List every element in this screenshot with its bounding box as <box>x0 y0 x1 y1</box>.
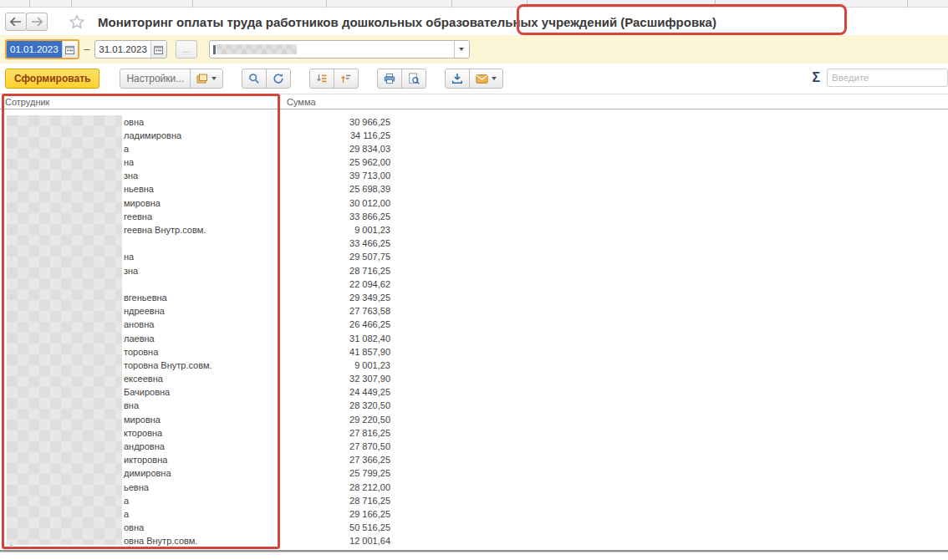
employee-name-visible: ексеевна <box>124 374 163 384</box>
amount-cell: 9 001,23 <box>287 360 390 370</box>
employee-name-visible: торовна Внутр.совм. <box>124 360 212 370</box>
table-row[interactable]: геевна 33 866,25 <box>0 210 948 223</box>
amount-cell: 12 001,64 <box>287 536 390 546</box>
find-group <box>242 69 291 89</box>
table-row[interactable]: ньевна 25 698,39 <box>0 183 948 196</box>
table-row[interactable]: на 29 507,75 <box>0 251 948 264</box>
amount-cell: 30 966,25 <box>287 117 390 127</box>
employee-name-visible: овна Внутр.совм. <box>124 536 197 546</box>
table-row[interactable]: торовна Внутр.совм. 9 001,23 <box>0 359 948 372</box>
refresh-button[interactable] <box>266 69 291 89</box>
table-row[interactable]: ьевна 28 212,00 <box>0 481 948 494</box>
employee-name-visible: вна <box>124 400 139 410</box>
settings-button[interactable]: Настройки... <box>120 69 191 89</box>
ruler-tick <box>527 0 528 8</box>
column-divider <box>279 94 280 110</box>
amount-cell: 31 082,40 <box>287 333 390 344</box>
ruler-tick <box>907 0 908 8</box>
refresh-icon <box>273 73 284 84</box>
navigation-bar: Мониторинг оплаты труда работников дошко… <box>0 8 948 35</box>
amount-cell: 24 449,25 <box>287 387 390 397</box>
ruler-tick <box>326 0 327 8</box>
amount-cell: 41 857,90 <box>287 347 390 357</box>
date-from-field[interactable]: 01.01.2023 <box>5 39 79 59</box>
report-variants-button[interactable] <box>190 69 223 89</box>
amount-cell: 28 212,00 <box>287 482 390 492</box>
amount-cell: 28 320,50 <box>287 400 390 410</box>
expand-groups-button[interactable] <box>334 69 359 89</box>
generate-button[interactable]: Сформировать <box>5 69 99 89</box>
calendar-icon <box>65 45 74 54</box>
employee-name-visible: геевна <box>124 211 152 221</box>
table-row[interactable]: ндреевна 27 763,58 <box>0 305 948 318</box>
column-header-employee[interactable]: Сотрудник <box>5 97 49 107</box>
organization-dropdown-button[interactable] <box>454 41 469 58</box>
more-options-button[interactable]: ... <box>176 40 197 59</box>
table-row[interactable]: овна 50 516,25 <box>0 522 948 535</box>
employee-name-visible: мировна <box>124 415 161 425</box>
date-to-field[interactable]: 31.01.2023 <box>94 40 167 59</box>
table-row[interactable]: зна 39 713,00 <box>0 170 948 183</box>
employee-name-visible: кторовна <box>124 428 162 438</box>
favorite-button[interactable] <box>68 13 86 31</box>
amount-cell: 27 366,25 <box>287 455 390 465</box>
table-row[interactable]: овна 30 966,25 <box>0 115 948 129</box>
print-preview-icon <box>408 73 420 84</box>
print-group <box>377 69 426 89</box>
table-row[interactable]: андровна 27 870,50 <box>0 440 948 454</box>
date-to-calendar-button[interactable] <box>150 41 166 58</box>
table-row[interactable]: торовна 41 857,90 <box>0 345 948 359</box>
amount-cell: 26 466,25 <box>287 319 390 329</box>
table-row[interactable]: лаевна 31 082,40 <box>0 332 948 345</box>
table-row[interactable]: мировна 29 220,50 <box>0 413 948 426</box>
amount-cell: 30 012,00 <box>287 198 390 208</box>
organization-combo[interactable] <box>209 40 470 59</box>
table-row[interactable]: вгеньевна 29 349,25 <box>0 291 948 304</box>
date-from-calendar-button[interactable] <box>62 41 78 58</box>
employee-name-visible: зна <box>124 266 138 276</box>
amount-cell: 32 307,90 <box>287 374 390 384</box>
amount-cell: 22 094,62 <box>287 279 390 289</box>
filter-bar: 01.01.2023 – 31.01.2023 <box>0 35 948 64</box>
print-preview-button[interactable] <box>401 69 426 89</box>
save-button[interactable] <box>445 69 470 89</box>
collapse-groups-button[interactable] <box>309 69 334 89</box>
table-row[interactable]: а 28 716,25 <box>0 494 948 507</box>
send-email-button[interactable] <box>469 69 503 89</box>
search-button[interactable] <box>242 69 267 89</box>
amount-cell: 25 962,00 <box>287 157 390 167</box>
table-row[interactable]: ладимировна 34 116,25 <box>0 129 948 142</box>
date-from-value[interactable]: 01.01.2023 <box>7 41 62 58</box>
employee-name-visible: овна <box>124 522 144 532</box>
quick-search-input[interactable] <box>827 69 948 87</box>
page-title-text: Мониторинг оплаты труда работников дошко… <box>98 15 617 29</box>
back-button[interactable] <box>5 13 27 31</box>
amount-cell: 28 716,25 <box>287 266 390 276</box>
table-row[interactable]: на 25 962,00 <box>0 156 948 170</box>
table-row[interactable]: икторовна 27 366,25 <box>0 454 948 467</box>
table-row[interactable]: ановна 26 466,25 <box>0 318 948 332</box>
table-row[interactable]: овна Внутр.совм. 12 001,64 <box>0 535 948 548</box>
table-row[interactable]: ексеевна 32 307,90 <box>0 373 948 386</box>
table-row[interactable]: зна 28 716,25 <box>0 264 948 277</box>
employee-name-visible: ньевна <box>124 184 154 194</box>
amount-cell: 29 349,25 <box>287 293 390 303</box>
table-row[interactable]: Бачировна 24 449,25 <box>0 386 948 400</box>
date-to-value[interactable]: 31.01.2023 <box>95 41 150 58</box>
employee-name-visible: овна <box>124 117 144 127</box>
table-row[interactable]: геевна Внутр.совм. 9 001,23 <box>0 224 948 237</box>
employee-name-visible: ьевна <box>124 482 149 492</box>
table-row[interactable]: а 29 166,25 <box>0 507 948 521</box>
column-header-amount[interactable]: Сумма <box>287 97 316 107</box>
ruler-tick <box>451 0 452 8</box>
table-row[interactable]: димировна 25 799,25 <box>0 467 948 481</box>
print-button[interactable] <box>377 69 402 89</box>
table-row[interactable]: 33 466,25 <box>0 237 948 251</box>
forward-button[interactable] <box>26 13 48 31</box>
report-variants-icon <box>196 74 208 84</box>
table-row[interactable]: мировна 30 012,00 <box>0 196 948 210</box>
table-row[interactable]: вна 28 320,50 <box>0 400 948 413</box>
table-row[interactable]: а 29 834,03 <box>0 142 948 155</box>
table-row[interactable]: кторовна 27 816,25 <box>0 426 948 440</box>
table-row[interactable]: 22 094,62 <box>0 277 948 291</box>
